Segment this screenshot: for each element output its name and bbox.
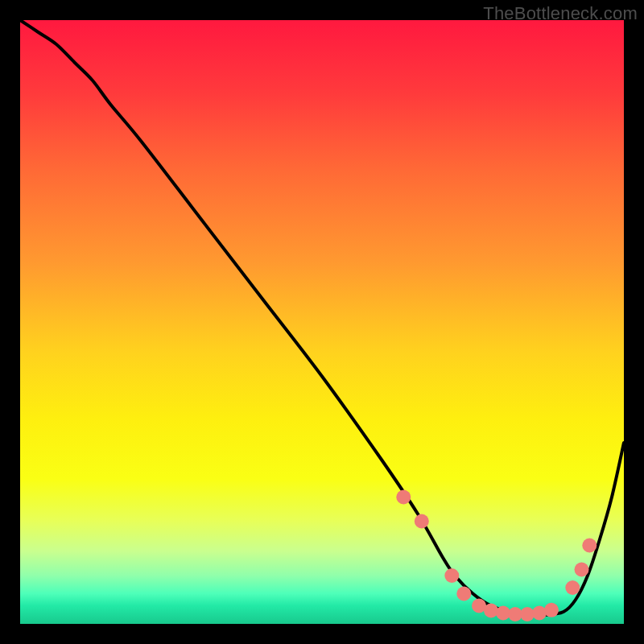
data-marker	[484, 604, 498, 618]
data-marker	[582, 539, 597, 553]
chart-stage: TheBottleneck.com	[0, 0, 644, 644]
data-marker	[532, 606, 547, 621]
plot-area	[20, 20, 624, 624]
data-marker	[444, 568, 459, 583]
bottleneck-curve	[20, 20, 624, 615]
data-markers	[396, 490, 597, 622]
data-marker	[415, 514, 429, 529]
data-marker	[396, 490, 411, 505]
data-marker	[565, 580, 580, 595]
data-marker	[575, 563, 589, 577]
chart-svg	[20, 20, 624, 624]
data-marker	[544, 603, 559, 617]
data-marker	[456, 587, 471, 601]
watermark-label: TheBottleneck.com	[483, 3, 638, 24]
